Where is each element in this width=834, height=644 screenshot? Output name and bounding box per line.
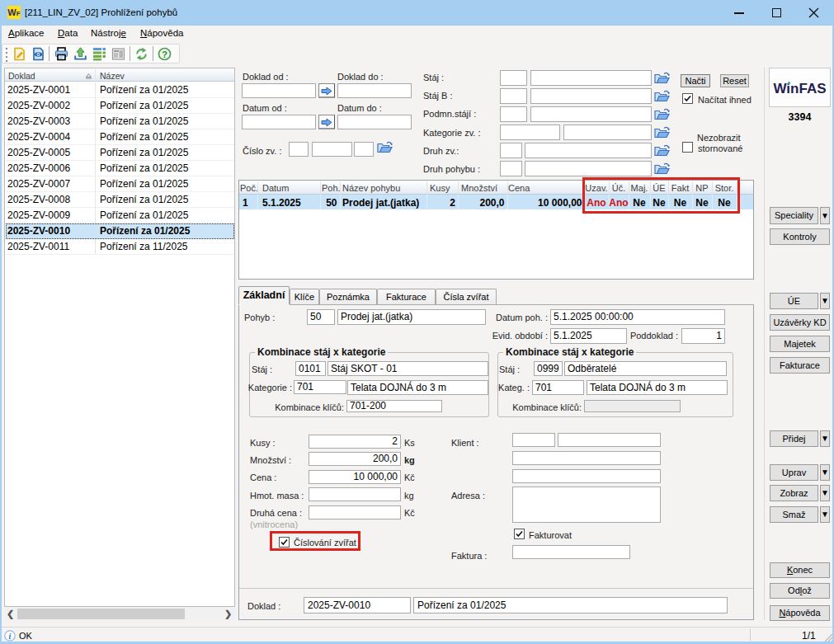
svg-text:?: ? bbox=[162, 49, 167, 59]
svg-text:i: i bbox=[9, 632, 12, 641]
